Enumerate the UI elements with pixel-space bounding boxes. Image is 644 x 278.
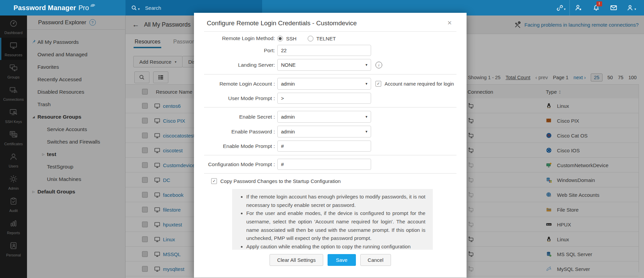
search-placeholder: Search [145, 5, 161, 11]
user-star-icon [575, 4, 583, 12]
cancel-button[interactable]: Cancel [360, 254, 391, 266]
notes-list: If the remote login account has enough p… [239, 193, 425, 250]
quick-connect-button[interactable]: ▾ [552, 0, 569, 16]
account-name-required-option: ✓ Account name required for login [375, 81, 454, 87]
enable-secret-select[interactable]: admin ▾ [277, 111, 371, 123]
enable-password-row: Enable Password : admin ▾ [194, 126, 467, 137]
select-caret-icon: ▾ [365, 115, 367, 119]
section-divider [204, 74, 456, 74]
section-divider [204, 155, 456, 155]
port-label: Port: [194, 48, 277, 54]
select-caret-icon: ▾ [365, 82, 367, 86]
search-icon [131, 5, 137, 11]
modal-buttons: Clear All Settings Save Cancel [194, 254, 467, 266]
notification-badge: ! [596, 1, 602, 6]
topbar-actions: ▾ ! [552, 0, 640, 16]
remote-login-method-row: Remote Login Method: SSH TELNET [194, 35, 467, 41]
telnet-radio[interactable] [308, 36, 313, 41]
logo-text-light: Pro [79, 4, 89, 12]
enable-secret-label: Enable Secret : [194, 114, 277, 120]
enable-mode-prompt-input[interactable] [277, 141, 371, 152]
remote-login-account-label: Remote Login Account : [194, 81, 277, 87]
enable-mode-prompt-label: Enable Mode Prompt : [194, 143, 277, 149]
user-menu-button[interactable]: ▾ [622, 0, 640, 16]
select-caret-icon: ▾ [365, 129, 367, 134]
close-icon[interactable]: × [447, 20, 452, 26]
notes-box: If the remote login account has enough p… [232, 189, 433, 250]
configure-remote-login-dialog: Configure Remote Login Credentials - Cus… [194, 13, 467, 278]
clear-all-settings-button[interactable]: Clear All Settings [270, 254, 323, 266]
logo-text-bold: Password Manager [13, 4, 76, 12]
remote-login-account-select[interactable]: admin ▾ [277, 78, 371, 90]
link-caret-icon: ▾ [564, 7, 566, 11]
configuration-mode-prompt-input[interactable] [277, 159, 371, 170]
modal-header: Configure Remote Login Credentials - Cus… [194, 13, 467, 27]
enable-mode-prompt-row: Enable Mode Prompt : [194, 141, 467, 152]
remote-login-method-label: Remote Login Method: [194, 35, 277, 41]
search-scope-caret-icon[interactable]: ▾ [138, 7, 140, 11]
admin-requests-button[interactable] [569, 0, 587, 16]
save-button[interactable]: Save [328, 254, 356, 266]
modal-body: Remote Login Method: SSH TELNET Port: La… [194, 32, 467, 266]
enable-password-select[interactable]: admin ▾ [277, 126, 371, 137]
notifications-button[interactable]: ! [587, 0, 605, 16]
port-input[interactable] [277, 45, 371, 56]
link-icon [556, 4, 564, 12]
user-mode-prompt-input[interactable] [277, 93, 371, 104]
note-item: If the remote login account has enough p… [246, 193, 425, 209]
note-item: Apply caution while enabling the option … [246, 243, 425, 250]
account-name-required-label: Account name required for login [385, 81, 454, 87]
landing-server-label: Landing Server: [194, 62, 277, 68]
user-icon [626, 4, 634, 12]
note-item: For the user and enable modes, if the de… [246, 209, 425, 243]
copy-password-changes-label: Copy Password Changes to the Startup Con… [220, 178, 341, 184]
copy-password-changes-checkbox[interactable]: ✓ [211, 178, 217, 184]
landing-server-row: Landing Server: NONE ▾ i [194, 59, 467, 71]
section-divider [204, 107, 456, 107]
info-icon[interactable]: i [375, 62, 382, 68]
user-mode-prompt-row: User Mode Prompt : [194, 93, 467, 104]
logo-swirl-icon [90, 2, 96, 9]
copy-password-changes-option: ✓ Copy Password Changes to the Startup C… [211, 178, 467, 184]
mail-icon [610, 4, 618, 12]
app-logo: Password Manager Pro [13, 0, 96, 16]
configuration-mode-prompt-row: Configuration Mode Prompt : [194, 159, 467, 170]
app-window: Password Manager Pro ▾ Search ▾ [0, 0, 644, 278]
remote-login-account-row: Remote Login Account : admin ▾ ✓ Account… [194, 78, 467, 90]
select-caret-icon: ▾ [365, 63, 367, 67]
messages-button[interactable] [605, 0, 622, 16]
modal-title: Configure Remote Login Credentials - Cus… [207, 20, 447, 27]
account-name-required-checkbox[interactable]: ✓ [375, 81, 381, 87]
user-mode-prompt-label: User Mode Prompt : [194, 95, 277, 101]
section-divider [204, 173, 456, 174]
remote-login-method-options: SSH TELNET [277, 36, 336, 41]
port-row: Port: [194, 45, 467, 56]
enable-secret-row: Enable Secret : admin ▾ [194, 111, 467, 123]
user-menu-caret-icon: ▾ [635, 7, 636, 11]
landing-server-select[interactable]: NONE ▾ [277, 59, 371, 71]
ssh-radio[interactable] [277, 36, 283, 41]
enable-password-label: Enable Password : [194, 129, 277, 135]
configuration-mode-prompt-label: Configuration Mode Prompt : [194, 161, 277, 167]
